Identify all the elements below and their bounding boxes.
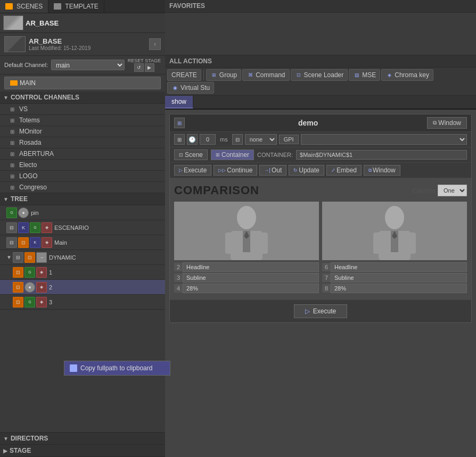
tree-row3-label: 3: [49, 299, 52, 305]
tree-row-2[interactable]: ⊡ ● ◈ 2: [0, 280, 165, 295]
channel-item-electo[interactable]: ⊞ Electo: [0, 160, 165, 171]
ar-base-thumb: [4, 36, 26, 52]
tree-row-dynamic[interactable]: ▼ ⊟ ⊡ → DYNAMIC: [0, 250, 165, 265]
ar-base-small-thumb: [3, 15, 23, 30]
demo-dropdown[interactable]: [301, 134, 467, 145]
channel-item-congreso[interactable]: ⊞ Congreso: [0, 182, 165, 193]
tab-scenes[interactable]: SCENES: [0, 0, 48, 13]
congreso-icon: ⊞: [9, 184, 16, 191]
update-action[interactable]: ↻ Update: [289, 165, 324, 176]
group-button[interactable]: ⊞ Group: [206, 69, 241, 81]
field-value-7[interactable]: Subline: [331, 273, 467, 282]
chroma-key-button[interactable]: ◈ Chroma key: [381, 69, 433, 81]
channel-select[interactable]: main: [51, 60, 125, 70]
tree-main-label: Main: [54, 239, 67, 246]
demo-window: ⊞ demo ⧉ Window ⊞ 🕐 ms ⊟ none: [169, 114, 472, 323]
container-label: CONTAINER:: [257, 152, 293, 158]
command-button[interactable]: ⌘ Command: [242, 69, 289, 81]
container-tab[interactable]: ⊞ Container: [211, 149, 254, 160]
channel-item-rosada[interactable]: ⊞ Rosada: [0, 137, 165, 148]
totems-icon: ⊞: [9, 117, 16, 124]
mse-button[interactable]: ▤ MSE: [349, 69, 380, 81]
columns-select[interactable]: One Two: [438, 185, 467, 196]
favorites-bar: FAVORITES: [165, 0, 476, 13]
none-select[interactable]: none: [245, 134, 277, 145]
virtual-stu-button[interactable]: ◉ Virtual Stu: [167, 82, 214, 94]
tree-row-3[interactable]: ⊡ G ◈ 3: [0, 295, 165, 310]
r2-obj-icon: ◈: [36, 282, 47, 293]
reset-icon[interactable]: ↺: [134, 63, 144, 72]
tab-scenes-label: SCENES: [17, 3, 43, 10]
comparison-title: COMPARISON: [174, 184, 259, 197]
directors-header[interactable]: ▼ DIRECTORS: [0, 432, 165, 445]
embed-action-icon: ⤢: [331, 168, 335, 173]
svg-point-1: [237, 206, 256, 229]
tree-row-escenario[interactable]: ⊟ K G ◈ ESCENARIO: [0, 220, 165, 235]
field-row-8: 8 28%: [322, 284, 467, 293]
image-col-2: 6 Headline 7 Subline 8 28%: [322, 202, 467, 294]
reset-stage-button[interactable]: RESET STAGE ↺ ▶: [128, 58, 161, 72]
play-icon[interactable]: ▶: [145, 63, 154, 72]
copy-fullpath-menu-item[interactable]: Copy fullpath to clipboard: [64, 361, 170, 375]
scene-tab[interactable]: ⊡ Scene: [174, 149, 208, 160]
separator-1: [203, 70, 204, 80]
demo-window-button[interactable]: ⧉ Window: [427, 117, 467, 129]
out-action[interactable]: →[ Out: [259, 165, 286, 176]
channel-item-totems[interactable]: ⊞ Totems: [0, 115, 165, 126]
clock-input[interactable]: [200, 134, 216, 145]
tree-dynamic-label: DYNAMIC: [49, 254, 76, 261]
gpi-button[interactable]: GPI: [279, 135, 299, 144]
create-label: CREATE: [171, 71, 197, 79]
field-value-3[interactable]: Subline: [183, 273, 319, 282]
field-value-8[interactable]: 28%: [331, 284, 467, 293]
electo-label: Electo: [19, 161, 37, 169]
field-value-4[interactable]: 28%: [183, 284, 319, 293]
clock-icon-btn[interactable]: 🕐: [187, 134, 198, 145]
window-action[interactable]: ⧉ Window: [364, 165, 400, 176]
scene-icon-btn[interactable]: ⊞: [174, 134, 185, 145]
channel-item-monitor[interactable]: ⊞ MOnitor: [0, 126, 165, 137]
directors-label: DIRECTORS: [11, 435, 48, 442]
execute-button[interactable]: ▷ Execute: [294, 304, 347, 318]
channel-row: Default Channel: main RESET STAGE ↺ ▶: [0, 56, 165, 74]
embed-action-label: Embed: [337, 167, 357, 174]
virtual-stu-label: Virtual Stu: [180, 84, 210, 92]
create-button[interactable]: CREATE: [167, 69, 201, 81]
tree-row2-label: 2: [49, 284, 52, 290]
tab-template-label: TEMPLATE: [65, 3, 98, 10]
tree-row-pin[interactable]: G ● pin: [0, 205, 165, 220]
mse-label: MSE: [362, 71, 376, 79]
tab-show[interactable]: show: [165, 96, 193, 109]
tree-row-main[interactable]: ⊟ ⊡ K ◈ Main: [0, 235, 165, 250]
upload-button[interactable]: ↑: [149, 38, 161, 50]
channel-item-logo[interactable]: ⊞ LOGO: [0, 171, 165, 182]
channel-item-abertura[interactable]: ⊞ ABERTURA: [0, 148, 165, 160]
embed-action[interactable]: ⤢ Embed: [326, 165, 362, 176]
r3-geom-icon: G: [24, 297, 35, 308]
tree-header[interactable]: ▼ TREE: [0, 193, 165, 205]
tree-row-1[interactable]: ⊡ G ◈ 1: [0, 265, 165, 280]
stage-header[interactable]: ▶ STAGE: [0, 445, 165, 457]
channel-item-vs[interactable]: ⊞ VS: [0, 104, 165, 115]
stage-label: STAGE: [10, 447, 31, 454]
field-row-4: 4 28%: [174, 284, 319, 293]
execute-btn-icon: ▷: [305, 308, 310, 315]
container-tab-label: Container: [221, 151, 249, 159]
scenes-icon: [5, 3, 13, 10]
r1-obj-icon: ◈: [36, 267, 47, 278]
all-actions-bar: ALL ACTIONS: [165, 55, 476, 68]
clock-value-input[interactable]: [200, 134, 216, 145]
main-button[interactable]: MAIN: [4, 77, 161, 89]
continue-action[interactable]: ▷▷ Continue: [214, 165, 257, 176]
copy-icon: [70, 364, 77, 372]
field-value-6[interactable]: Headline: [331, 262, 467, 272]
tab-template[interactable]: TEMPLATE: [48, 0, 104, 13]
execute-action[interactable]: ▷ Execute: [174, 165, 211, 176]
field-num-6: 6: [322, 263, 331, 271]
scene-loader-button[interactable]: ⊡ Scene Loader: [291, 69, 348, 81]
grid-icon-btn[interactable]: ⊟: [232, 134, 243, 145]
ar-base-small-label: AR_BASE: [26, 19, 59, 27]
field-value-2[interactable]: Headline: [183, 262, 319, 272]
image-col-1: 2 Headline 3 Subline 4 28%: [174, 202, 319, 294]
control-channels-header[interactable]: ▼ CONTROL CHANNELS: [0, 92, 165, 104]
